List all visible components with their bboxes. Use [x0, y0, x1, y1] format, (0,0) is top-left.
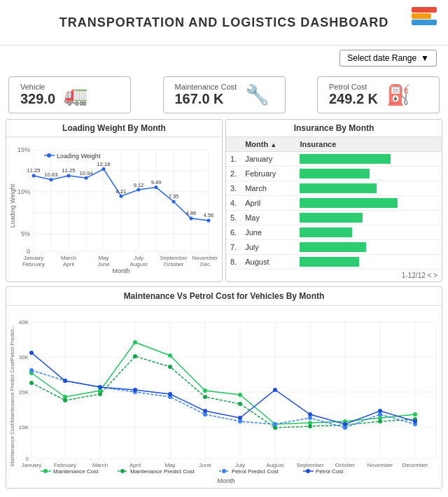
svg-point-123	[98, 392, 102, 396]
svg-point-152	[273, 388, 277, 392]
svg-point-155	[378, 409, 382, 413]
row-bar	[295, 255, 442, 270]
svg-text:0: 0	[27, 248, 30, 255]
row-month: April	[241, 196, 295, 211]
date-range-button[interactable]: Select date Range ▼	[340, 50, 437, 66]
svg-text:February: February	[54, 462, 76, 468]
maintenance-icon: 🔧	[245, 83, 270, 106]
row-bar	[295, 211, 442, 225]
svg-point-114	[203, 388, 207, 393]
row-num: 8.	[226, 255, 241, 270]
kpi-maintenance-label: Maintenance Cost	[175, 83, 237, 91]
svg-point-156	[413, 419, 417, 424]
svg-point-125	[168, 365, 172, 369]
svg-text:20K: 20K	[19, 389, 29, 396]
table-row: 8. August	[226, 255, 442, 270]
svg-point-91	[222, 469, 226, 473]
svg-text:March: March	[61, 255, 76, 261]
svg-text:8.21: 8.21	[116, 188, 127, 195]
kpi-row: Vehicle 329.0 🚛 Maintenance Cost 167.0 K…	[0, 71, 448, 119]
table-row: 3. March	[226, 181, 442, 196]
row-num: 7.	[226, 240, 241, 255]
svg-text:10.94: 10.94	[80, 170, 93, 176]
kpi-maintenance-value: 167.0 K	[175, 91, 237, 107]
row-month: July	[241, 240, 295, 255]
svg-text:September: September	[296, 462, 323, 468]
svg-point-33	[172, 200, 176, 204]
svg-text:Loading Weight: Loading Weight	[57, 153, 101, 160]
svg-text:August: August	[130, 261, 148, 267]
kpi-petrol-label: Petrol Cost	[329, 83, 378, 91]
svg-text:Dec: Dec	[200, 261, 210, 267]
svg-text:Petrol Cost: Petrol Cost	[316, 468, 344, 475]
insurance-title: Insurance By Month	[226, 120, 442, 137]
svg-text:February: February	[22, 261, 45, 267]
svg-point-30	[120, 195, 123, 198]
month-col-header: Month ▲	[241, 137, 295, 152]
svg-text:12.16: 12.16	[97, 161, 111, 167]
table-row: 5. May	[226, 211, 442, 225]
svg-text:11.25: 11.25	[62, 167, 76, 174]
svg-text:10K: 10K	[19, 424, 29, 430]
page-title: TRANSPORTATION AND LOGISTICS DASHBOARD	[42, 15, 406, 30]
svg-text:9.49: 9.49	[151, 179, 162, 186]
svg-text:Loading Weight: Loading Weight	[9, 183, 16, 227]
svg-point-147	[98, 385, 102, 389]
row-month: January	[241, 152, 295, 167]
svg-point-124	[133, 354, 137, 358]
svg-point-133	[29, 368, 34, 372]
svg-text:30K: 30K	[19, 354, 29, 360]
svg-point-154	[343, 422, 347, 426]
svg-point-34	[190, 217, 193, 220]
kpi-vehicle: Vehicle 329.0 🚛	[8, 76, 131, 113]
svg-text:Month: Month	[112, 267, 130, 274]
svg-text:40K: 40K	[19, 319, 29, 326]
svg-text:4.86: 4.86	[186, 210, 197, 216]
charts-row: Loading Weight By Month 15% 10% 5% 0 Loa…	[0, 119, 448, 282]
svg-point-88	[120, 469, 125, 473]
table-row: 2. February	[226, 167, 442, 181]
svg-point-23	[47, 153, 51, 158]
svg-point-113	[168, 354, 172, 358]
svg-text:4.56: 4.56	[204, 212, 214, 218]
svg-text:October: October	[335, 462, 356, 468]
svg-point-126	[203, 395, 207, 399]
svg-text:December: December	[402, 462, 428, 468]
svg-point-151	[238, 416, 242, 420]
row-num: 3.	[226, 181, 241, 196]
row-num: 2.	[226, 167, 241, 181]
svg-point-112	[133, 340, 137, 344]
kpi-petrol-value: 249.2 K	[329, 91, 378, 107]
row-bar	[295, 181, 442, 196]
svg-point-145	[29, 351, 34, 355]
header: TRANSPORTATION AND LOGISTICS DASHBOARD	[0, 0, 448, 46]
table-row: 1. January	[226, 152, 442, 167]
svg-text:10.63: 10.63	[45, 172, 58, 178]
svg-point-85	[43, 469, 48, 473]
kpi-vehicle-value: 329.0	[20, 91, 55, 107]
svg-point-131	[378, 419, 382, 424]
kpi-maintenance: Maintenance Cost 167.0 K 🔧	[163, 76, 286, 113]
svg-point-27	[67, 174, 71, 177]
row-month: February	[241, 167, 295, 181]
row-num: 6.	[226, 225, 241, 240]
svg-point-28	[85, 176, 88, 180]
svg-point-129	[308, 424, 312, 428]
svg-point-29	[102, 167, 106, 171]
svg-text:July: July	[134, 255, 144, 261]
svg-text:March: March	[92, 462, 108, 468]
svg-point-148	[133, 388, 137, 392]
row-num: 4.	[226, 196, 241, 211]
kpi-vehicle-label: Vehicle	[20, 83, 55, 91]
svg-point-140	[273, 422, 277, 426]
svg-point-122	[63, 398, 67, 402]
svg-text:5%: 5%	[21, 230, 30, 237]
svg-point-32	[155, 186, 158, 189]
svg-point-35	[207, 218, 211, 222]
row-bar	[295, 225, 442, 240]
svg-text:April: April	[63, 261, 74, 267]
row-bar	[295, 167, 442, 181]
svg-text:Maintenance Cost: Maintenance Cost	[53, 468, 99, 475]
svg-text:June: June	[199, 462, 211, 468]
svg-text:0: 0	[26, 456, 29, 462]
